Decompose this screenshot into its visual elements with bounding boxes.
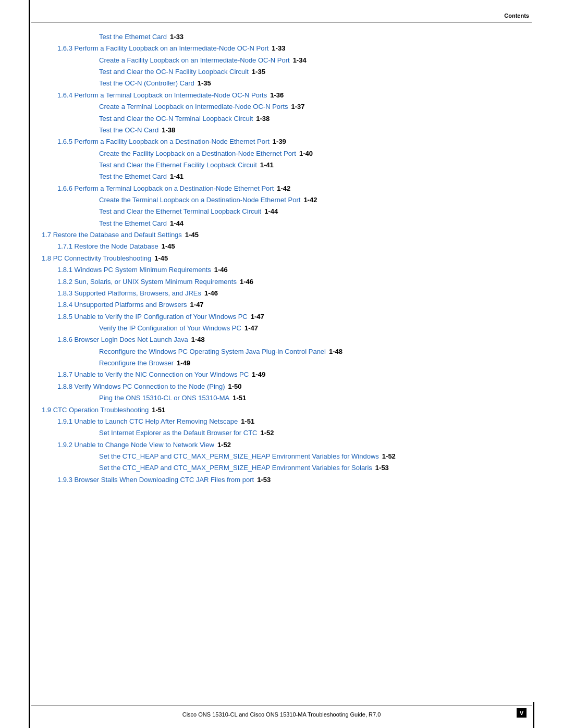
toc-page-num: 1-46 <box>240 276 253 288</box>
toc-page-num: 1-46 <box>204 288 218 299</box>
page: Contents Test the Ethernet Card1-331.6.3… <box>0 0 563 728</box>
toc-page-num: 1-45 <box>162 241 175 252</box>
toc-link[interactable]: 1.6.5 Perform a Facility Loopback on a D… <box>57 136 270 147</box>
toc-link[interactable]: 1.7 Restore the Database and Default Set… <box>42 229 182 241</box>
toc-page-num: 1-37 <box>291 101 305 113</box>
toc-page-num: 1-34 <box>293 55 307 66</box>
toc-link[interactable]: Create a Terminal Loopback on Intermedia… <box>99 101 288 113</box>
toc-link[interactable]: Create a Facility Loopback on an Interme… <box>99 55 290 66</box>
toc-link[interactable]: Set the CTC_HEAP and CTC_MAX_PERM_SIZE_H… <box>99 451 379 462</box>
toc-link[interactable]: 1.9.2 Unable to Change Node View to Netw… <box>57 439 214 451</box>
toc-page-num: 1-33 <box>272 43 285 54</box>
toc-link[interactable]: 1.6.6 Perform a Terminal Loopback on a D… <box>57 183 274 194</box>
toc-page-num: 1-41 <box>260 159 274 171</box>
toc-page-num: 1-45 <box>185 229 199 241</box>
toc-entry: 1.8.6 Browser Login Does Not Launch Java… <box>57 334 521 346</box>
toc-page-num: 1-47 <box>244 323 258 334</box>
toc-entry: 1.8 PC Connectivity Troubleshooting1-45 <box>42 253 521 264</box>
toc-link[interactable]: 1.6.4 Perform a Terminal Loopback on Int… <box>57 90 267 101</box>
toc-page-num: 1-42 <box>303 194 317 206</box>
toc-link[interactable]: Test the Ethernet Card <box>99 218 167 229</box>
toc-page-num: 1-47 <box>190 299 204 311</box>
toc-link[interactable]: 1.6.3 Perform a Facility Loopback on an … <box>57 43 268 54</box>
toc-link[interactable]: Test and Clear the Ethernet Facility Loo… <box>99 159 257 171</box>
toc-link[interactable]: Test the Ethernet Card <box>99 31 167 43</box>
toc-entry: Create the Terminal Loopback on a Destin… <box>99 194 521 206</box>
toc-page-num: 1-44 <box>264 206 278 217</box>
toc-entry: 1.6.3 Perform a Facility Loopback on an … <box>57 43 521 54</box>
toc-link[interactable]: 1.8.6 Browser Login Does Not Launch Java <box>57 334 188 346</box>
toc-link[interactable]: 1.8 PC Connectivity Troubleshooting <box>42 253 151 264</box>
toc-link[interactable]: 1.9.3 Browser Stalls When Downloading CT… <box>57 474 254 486</box>
toc-page-num: 1-52 <box>382 451 396 462</box>
toc-link[interactable]: 1.7.1 Restore the Node Database <box>57 241 158 252</box>
toc-page-num: 1-51 <box>152 404 165 416</box>
toc-page-num: 1-36 <box>270 90 284 101</box>
toc-entry: Test and Clear the Ethernet Facility Loo… <box>99 159 521 171</box>
toc-container: Test the Ethernet Card1-331.6.3 Perform … <box>42 31 521 486</box>
toc-link[interactable]: Ping the ONS 15310-CL or ONS 15310-MA <box>99 392 229 404</box>
toc-entry: 1.7 Restore the Database and Default Set… <box>42 229 521 241</box>
toc-link[interactable]: 1.8.2 Sun, Solaris, or UNIX System Minim… <box>57 276 237 288</box>
toc-entry: Test the Ethernet Card1-44 <box>99 218 521 229</box>
toc-entry: 1.8.7 Unable to Verify the NIC Connectio… <box>57 369 521 380</box>
toc-page-num: 1-35 <box>252 66 265 78</box>
toc-link[interactable]: 1.8.3 Supported Platforms, Browsers, and… <box>57 288 201 299</box>
toc-link[interactable]: Set Internet Explorer as the Default Bro… <box>99 427 257 439</box>
toc-page-num: 1-33 <box>170 31 183 43</box>
toc-link[interactable]: 1.8.1 Windows PC System Minimum Requirem… <box>57 264 211 276</box>
toc-page-num: 1-49 <box>177 357 190 369</box>
toc-link[interactable]: Test and Clear the OC-N Terminal Loopbac… <box>99 113 253 125</box>
toc-entry: 1.9.1 Unable to Launch CTC Help After Re… <box>57 416 521 427</box>
bottom-border <box>31 706 532 706</box>
toc-page-num: 1-44 <box>170 218 183 229</box>
toc-page-num: 1-35 <box>198 78 211 89</box>
toc-entry: 1.9 CTC Operation Troubleshooting1-51 <box>42 404 521 416</box>
toc-entry: Create a Facility Loopback on an Interme… <box>99 55 521 66</box>
toc-entry: 1.8.5 Unable to Verify the IP Configurat… <box>57 311 521 323</box>
toc-entry: Set the CTC_HEAP and CTC_MAX_PERM_SIZE_H… <box>99 462 521 474</box>
toc-link[interactable]: Reconfigure the Browser <box>99 357 174 369</box>
toc-entry: 1.8.2 Sun, Solaris, or UNIX System Minim… <box>57 276 521 288</box>
toc-entry: Create a Terminal Loopback on Intermedia… <box>99 101 521 113</box>
toc-link[interactable]: Test the OC-N (Controller) Card <box>99 78 194 89</box>
toc-page-num: 1-39 <box>273 136 286 147</box>
toc-entry: Test and Clear the Ethernet Terminal Loo… <box>99 206 521 217</box>
toc-entry: Verify the IP Configuration of Your Wind… <box>99 323 521 334</box>
toc-link[interactable]: Test and Clear the OC-N Facility Loopbac… <box>99 66 249 78</box>
toc-entry: Test the OC-N (Controller) Card1-35 <box>99 78 521 89</box>
toc-link[interactable]: Test the OC-N Card <box>99 125 158 136</box>
toc-link[interactable]: Verify the IP Configuration of Your Wind… <box>99 323 241 334</box>
toc-link[interactable]: Test the Ethernet Card <box>99 171 167 182</box>
toc-entry: Set the CTC_HEAP and CTC_MAX_PERM_SIZE_H… <box>99 451 521 462</box>
toc-entry: Create the Facility Loopback on a Destin… <box>99 148 521 159</box>
toc-entry: Test the OC-N Card1-38 <box>99 125 521 136</box>
toc-link[interactable]: 1.9.1 Unable to Launch CTC Help After Re… <box>57 416 238 427</box>
toc-link[interactable]: 1.8.5 Unable to Verify the IP Configurat… <box>57 311 248 323</box>
toc-link[interactable]: Create the Facility Loopback on a Destin… <box>99 148 296 159</box>
toc-link[interactable]: 1.8.8 Verify Windows PC Connection to th… <box>57 381 225 392</box>
toc-link[interactable]: Create the Terminal Loopback on a Destin… <box>99 194 300 206</box>
toc-link[interactable]: 1.9 CTC Operation Troubleshooting <box>42 404 149 416</box>
toc-page-num: 1-46 <box>214 264 228 276</box>
toc-page-num: 1-40 <box>299 148 313 159</box>
toc-entry: 1.9.3 Browser Stalls When Downloading CT… <box>57 474 521 486</box>
toc-entry: Test the Ethernet Card1-41 <box>99 171 521 182</box>
toc-page-num: 1-53 <box>257 474 271 486</box>
toc-entry: 1.8.8 Verify Windows PC Connection to th… <box>57 381 521 392</box>
toc-entry: 1.8.4 Unsupported Platforms and Browsers… <box>57 299 521 311</box>
toc-link[interactable]: Set the CTC_HEAP and CTC_MAX_PERM_SIZE_H… <box>99 462 372 474</box>
toc-content: Test the Ethernet Card1-331.6.3 Perform … <box>42 31 521 697</box>
left-border-bar <box>29 0 30 728</box>
toc-entry: 1.6.6 Perform a Terminal Loopback on a D… <box>57 183 521 194</box>
footer-text: Cisco ONS 15310-CL and Cisco ONS 15310-M… <box>0 711 563 718</box>
toc-link[interactable]: Test and Clear the Ethernet Terminal Loo… <box>99 206 261 217</box>
toc-entry: Ping the ONS 15310-CL or ONS 15310-MA1-5… <box>99 392 521 404</box>
toc-page-num: 1-50 <box>228 381 242 392</box>
toc-link[interactable]: Reconfigure the Windows PC Operating Sys… <box>99 346 326 357</box>
toc-entry: 1.9.2 Unable to Change Node View to Netw… <box>57 439 521 451</box>
toc-link[interactable]: 1.8.7 Unable to Verify the NIC Connectio… <box>57 369 249 380</box>
toc-page-num: 1-51 <box>232 392 246 404</box>
toc-link[interactable]: 1.8.4 Unsupported Platforms and Browsers <box>57 299 187 311</box>
toc-entry: Reconfigure the Windows PC Operating Sys… <box>99 346 521 357</box>
